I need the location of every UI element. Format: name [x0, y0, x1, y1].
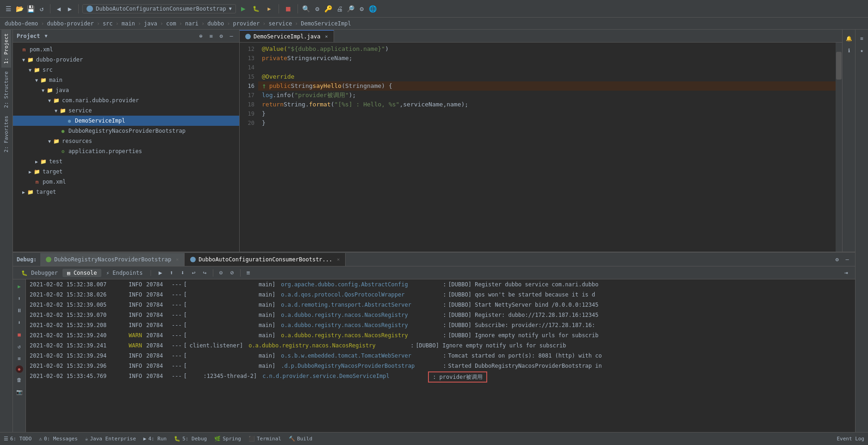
tab-close-icon[interactable]: ✕ [325, 34, 328, 39]
panel-settings-icon[interactable]: ⚙ [217, 32, 225, 40]
resume-button[interactable]: ⬆ [167, 268, 177, 278]
tab-close-icon[interactable]: ✕ [337, 257, 340, 262]
status-terminal[interactable]: ⬛ Terminal [248, 436, 281, 442]
vtab-favorites[interactable]: 2: Favorites [1, 112, 11, 156]
debug-close-icon[interactable]: — [843, 255, 851, 264]
breadcrumb-item-5[interactable]: com [166, 20, 176, 27]
debug-run-tab-consumer[interactable]: DubboAutoConfigurationConsumerBootstr...… [185, 253, 346, 266]
run-button[interactable]: ▶ [238, 3, 249, 14]
tree-item-pom-child[interactable]: m pom.xml [13, 177, 239, 187]
zoom-icon[interactable]: 🔎 [346, 4, 355, 13]
step-out-button[interactable]: ↪ [200, 268, 210, 278]
breadcrumb-item-7[interactable]: dubbo [207, 20, 224, 27]
panel-scroll-icon[interactable]: ≡ [207, 32, 215, 40]
stop-button[interactable]: ■ [283, 3, 294, 14]
sidebar-icon-2[interactable]: ★ [857, 45, 867, 56]
run-icon[interactable]: ▶ [14, 281, 25, 291]
run-config-dropdown[interactable]: DubboAutoConfigurationConsumerBootstrap … [82, 4, 236, 13]
tree-item-resources[interactable]: ▼ 📁 resources [13, 136, 239, 146]
log-timestamp: 2021-02-02 15:32:38.026 [30, 290, 127, 299]
back-icon[interactable]: ◀ [54, 4, 63, 13]
debug-tab-debugger[interactable]: 🐛 Debugger [17, 269, 62, 277]
info-icon[interactable]: ℹ [844, 45, 854, 56]
save-icon[interactable]: 💾 [26, 4, 35, 13]
tree-item-target[interactable]: ▶ 📁 target [13, 167, 239, 177]
debug-tab-console[interactable]: ▤ Console [62, 269, 101, 277]
debug-sub-tabs: 🐛 Debugger ▤ Console ⚡ Endpoints | [17, 269, 155, 277]
tree-item-main[interactable]: ▼ 📁 main [13, 75, 239, 85]
editor-scrollbar[interactable] [836, 43, 842, 252]
search-icon[interactable]: 🔍 [302, 4, 311, 13]
status-run[interactable]: ▶ 4: Run [143, 436, 167, 442]
forward-icon[interactable]: ▶ [65, 4, 74, 13]
vtab-structure[interactable]: 2: Structure [1, 68, 11, 111]
tree-item-pom-top[interactable]: m pom.xml [13, 44, 239, 55]
sidebar-icon-1[interactable]: ≡ [857, 33, 867, 43]
debug-button[interactable]: 🐛 [251, 3, 262, 14]
tree-item-target-bottom[interactable]: ▶ 📁 target [13, 187, 239, 197]
status-debug[interactable]: 🐛 5: Debug [174, 436, 207, 442]
camera-icon[interactable]: 📷 [14, 387, 25, 397]
scrollbar-thumb[interactable] [836, 52, 842, 80]
tab-close-icon[interactable]: ✕ [176, 257, 179, 262]
breadcrumb-item-1[interactable]: dubbo-provider [47, 20, 93, 27]
dropdown-chevron-icon[interactable]: ▼ [45, 33, 48, 38]
debug-settings-icon[interactable]: ⚙ [833, 255, 841, 264]
view-breakpoints-button[interactable]: ⊙ [216, 268, 226, 278]
gear-icon[interactable]: ⚙ [313, 4, 322, 13]
editor-tab-demo-service-impl[interactable]: DemoServiceImpl.java ✕ [240, 30, 334, 42]
tree-item-demo-service-impl[interactable]: ● DemoServiceImpl [13, 116, 239, 126]
tree-item-dubbo-provider[interactable]: ▼ 📁 dubbo-provider [13, 55, 239, 65]
print-icon[interactable]: 🖨 [335, 4, 344, 13]
breadcrumb-item-0[interactable]: dubbo-demo [5, 20, 38, 27]
stop-icon[interactable]: ■ [14, 329, 25, 340]
breadcrumb-item-6[interactable]: nari [185, 20, 198, 27]
notification-icon[interactable]: 🔔 [844, 33, 854, 43]
step-over-button[interactable]: ⬇ [178, 268, 188, 278]
status-java-enterprise[interactable]: ☕ Java Enterprise [85, 436, 136, 442]
step-into-button[interactable]: ↩ [189, 268, 199, 278]
menu-icon[interactable]: ☰ [4, 4, 13, 13]
log-bracket-open: [ [184, 300, 187, 309]
status-todo[interactable]: ☰ 6: TODO [4, 436, 31, 442]
tree-item-package[interactable]: ▼ 📁 com.nari.dubbo.provider [13, 95, 239, 105]
restart-icon[interactable]: ↺ [14, 341, 25, 352]
breadcrumb-item-2[interactable]: src [103, 20, 113, 27]
vtab-project[interactable]: 1: Project [1, 30, 11, 68]
status-build[interactable]: 🔨 Build [289, 436, 312, 442]
panel-locate-icon[interactable]: ⊕ [197, 32, 205, 40]
status-messages[interactable]: ⚠ 0: Messages [39, 436, 77, 442]
soft-wrap-button[interactable]: ⇥ [841, 268, 851, 278]
translate-icon[interactable]: 🌐 [368, 4, 378, 13]
tree-item-service[interactable]: ▼ 📁 service [13, 105, 239, 116]
tree-item-src[interactable]: ▼ 📁 src [13, 65, 239, 75]
key-icon[interactable]: 🔑 [324, 4, 333, 13]
tree-item-app-props[interactable]: ⚙ application.properties [13, 146, 239, 156]
log-msg: Started DubboRegistryNacosProviderBootst… [448, 361, 601, 371]
breadcrumb-item-8[interactable]: provider [233, 20, 260, 27]
tree-item-java[interactable]: ▼ 📁 java [13, 85, 239, 95]
rerun-button[interactable]: ▶ [155, 268, 166, 278]
status-spring[interactable]: 🌿 Spring [214, 436, 241, 442]
refresh-icon[interactable]: ↺ [37, 4, 46, 13]
mute-breakpoints-button[interactable]: ⊘ [227, 268, 237, 278]
panel-close-icon[interactable]: — [227, 32, 236, 40]
breakpoint-icon[interactable]: ● [16, 365, 23, 373]
pause-icon[interactable]: ⏸ [14, 305, 25, 315]
breadcrumb-item-3[interactable]: main [122, 20, 135, 27]
debug-tab-endpoints[interactable]: ⚡ Endpoints [101, 269, 147, 277]
folder-icon[interactable]: 📂 [15, 4, 24, 13]
run-with-coverage-button[interactable]: ▶ [264, 3, 275, 14]
status-event-log[interactable]: Event Log [837, 436, 864, 442]
debug-run-tab-provider[interactable]: DubboRegistryNacosProviderBootstrap ✕ [40, 253, 185, 266]
tree-item-provider-bootstrap[interactable]: ● DubboRegistryNacosProviderBootstrap [13, 126, 239, 136]
tree-item-test[interactable]: ▶ 📁 test [13, 156, 239, 167]
clear-icon[interactable]: 🗑 [14, 375, 25, 385]
breadcrumb-item-4[interactable]: java [144, 20, 157, 27]
scroll-up-icon[interactable]: ⬆ [14, 293, 25, 303]
breadcrumb-item-9[interactable]: service [269, 20, 292, 27]
settings-button[interactable]: ≡ [243, 268, 254, 278]
settings-icon[interactable]: ⚙ [357, 4, 366, 13]
scroll-down-icon[interactable]: ⬇ [14, 317, 25, 328]
step-icon[interactable]: ≡ [14, 353, 25, 364]
